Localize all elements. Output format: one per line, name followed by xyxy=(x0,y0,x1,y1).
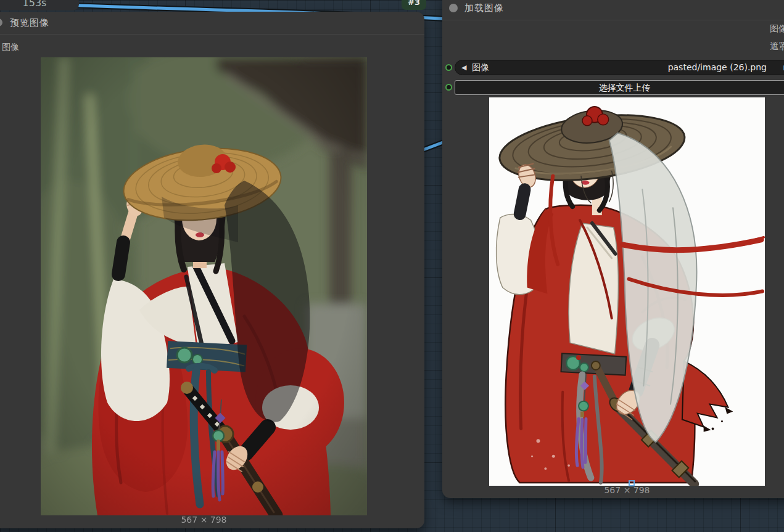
preview-node-title: 预览图像 xyxy=(10,17,49,29)
preview-photo xyxy=(41,57,367,515)
input-slot-dot-image[interactable] xyxy=(445,64,452,71)
collapse-dot-icon[interactable] xyxy=(0,18,2,27)
combo-value[interactable]: pasted/image (26).png xyxy=(668,60,767,75)
preview-image-node[interactable]: 预览图像 图像 xyxy=(0,12,424,528)
image-resize-handle[interactable] xyxy=(629,480,635,486)
output-slot-label-mask: 遮罩 xyxy=(770,41,784,52)
load-image-node[interactable]: 加载图像 图像 遮罩 ◀ 图像 pasted/image (26).png ▶ … xyxy=(442,0,784,498)
loaded-image-size-caption: 567 × 798 xyxy=(489,485,765,495)
load-node-title: 加载图像 xyxy=(464,2,504,14)
preview-node-titlebar[interactable]: 预览图像 xyxy=(0,12,424,34)
collapse-dot-icon[interactable] xyxy=(449,4,458,12)
comfyui-canvas[interactable]: { "badges": { "exec_time": "153s", "node… xyxy=(0,0,784,532)
preview-image-size-caption: 567 × 798 xyxy=(41,515,367,525)
output-slot-label-image: 图像 xyxy=(770,23,784,35)
loaded-image-illustration xyxy=(489,97,765,486)
choose-file-upload-button[interactable]: 选择文件上传 xyxy=(455,80,784,95)
image-file-combo[interactable]: ◀ 图像 pasted/image (26).png ▶ xyxy=(455,60,784,75)
combo-prev-icon[interactable]: ◀ xyxy=(461,60,466,75)
loaded-image-preview xyxy=(489,97,765,486)
node-id-badge: #3 xyxy=(402,0,426,10)
combo-label: 图像 xyxy=(472,60,489,75)
execution-time-badge: 153s xyxy=(0,0,79,10)
input-slot-dot-upload[interactable] xyxy=(445,84,452,91)
title-separator xyxy=(442,20,784,20)
input-slot-label-image: 图像 xyxy=(2,42,19,53)
load-node-titlebar[interactable]: 加载图像 xyxy=(442,0,784,20)
preview-photo-illustration xyxy=(41,57,367,515)
title-separator xyxy=(0,34,424,35)
